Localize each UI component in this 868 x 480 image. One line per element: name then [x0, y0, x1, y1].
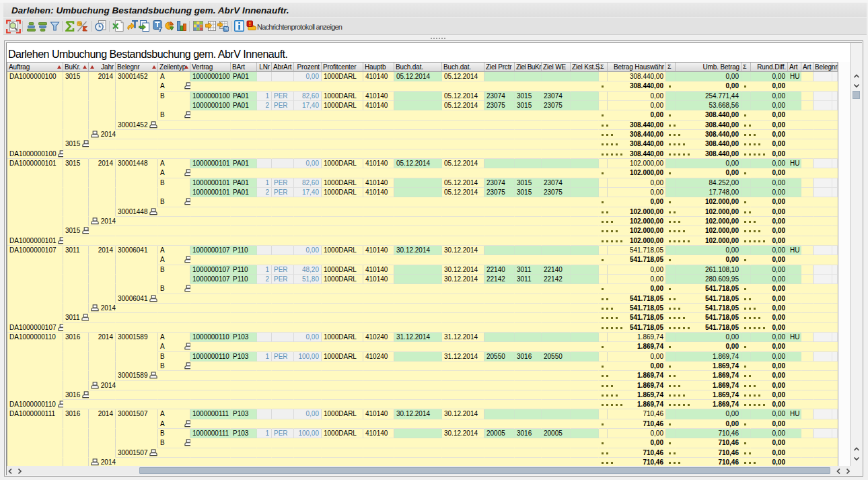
svg-text:%: %: [78, 22, 82, 26]
svg-text:%: %: [225, 26, 229, 31]
